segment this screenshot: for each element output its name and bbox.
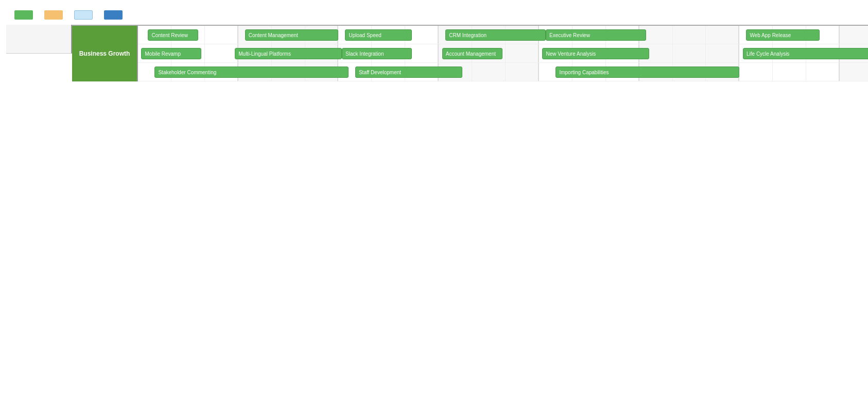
grid-cell-21	[840, 26, 868, 44]
page: 20XX - Q320XX - Q420XX - Q120XX - Q220XX…	[0, 0, 868, 88]
grid-cell-2	[205, 26, 238, 44]
grid-cell-18	[739, 63, 773, 81]
legend-color-decrease-churn	[74, 10, 93, 20]
bar-0-0-0: Content Review	[148, 29, 198, 41]
legend-item-scalability	[44, 10, 66, 20]
grid-cell-10	[472, 63, 506, 81]
legend-color-scalability	[44, 10, 63, 20]
gantt-chart: 20XX - Q320XX - Q420XX - Q120XX - Q220XX…	[6, 25, 862, 81]
bar-0-1-2: Slack Integration	[342, 48, 412, 59]
gantt-row-0-1: Mobile RevampMulti-Lingual PlatformsSlac…	[138, 44, 868, 63]
bar-0-0-2: Upload Speed	[345, 29, 412, 41]
legend-item-decrease-churn	[74, 10, 96, 20]
bar-0-0-4: Executive Review	[546, 29, 646, 41]
gantt-row-0-0: Content ReviewContent ManagementUpload S…	[138, 26, 868, 44]
grid-cell-11	[506, 44, 539, 62]
grid-cell-16	[673, 26, 706, 44]
legend-item-consumer-growth	[104, 10, 126, 20]
grid-cell-16	[673, 44, 706, 62]
bar-0-1-5: Life Cycle Analysis	[743, 48, 868, 59]
section-label-0: Business Growth	[72, 26, 138, 81]
grid-cell-17	[706, 44, 739, 62]
legend-color-consumer-growth	[104, 10, 123, 20]
legend-item-business-growth	[14, 10, 36, 20]
bar-0-2-1: Staff Development	[355, 66, 462, 78]
bar-0-1-1: Multi-Lingual Platforms	[235, 48, 342, 59]
grid-cell-21	[840, 63, 868, 81]
row-label-column	[6, 25, 72, 81]
header-spacer	[6, 25, 72, 54]
bar-0-0-5: Web App Release	[746, 29, 820, 41]
bar-0-2-0: Stakeholder Commenting	[154, 66, 349, 78]
bar-0-0-1: Content Management	[245, 29, 339, 41]
bar-0-0-3: CRM Integration	[445, 29, 546, 41]
grid-cell-11	[506, 63, 539, 81]
grid-cell-20	[806, 63, 840, 81]
grid-cell-17	[706, 26, 739, 44]
legend	[6, 10, 862, 20]
bar-0-1-0: Mobile Revamp	[141, 48, 201, 59]
section-0: Business GrowthContent ReviewContent Man…	[72, 25, 868, 81]
legend-color-business-growth	[14, 10, 33, 20]
grid-cell-2	[205, 44, 238, 62]
section-rows-0: Content ReviewContent ManagementUpload S…	[138, 26, 868, 81]
bar-0-1-4: New Venture Analysis	[542, 48, 649, 59]
grid-cell-19	[773, 63, 806, 81]
gantt-row-0-2: Stakeholder CommentingStaff DevelopmentI…	[138, 63, 868, 81]
bar-0-2-2: Importing Capabilities	[555, 66, 739, 78]
bar-0-1-3: Account Management	[442, 48, 502, 59]
